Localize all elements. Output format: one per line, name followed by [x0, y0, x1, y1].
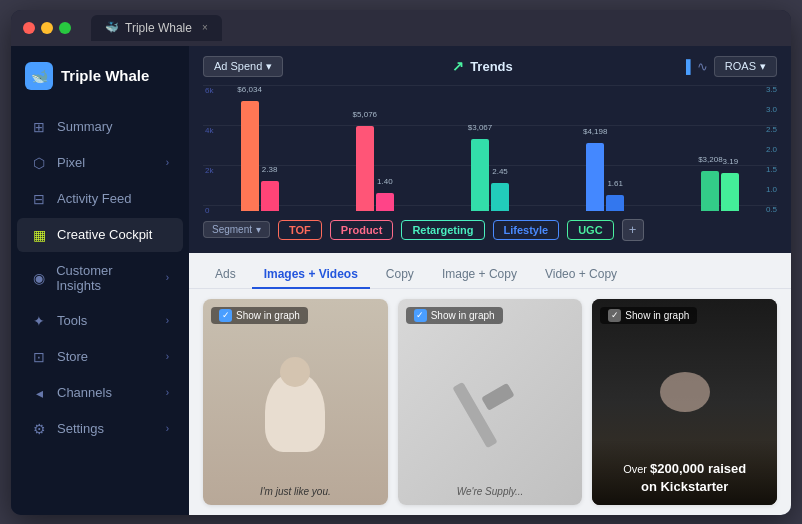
- browser-chrome: 🐳 Triple Whale ×: [11, 10, 791, 46]
- sidebar-item-channels[interactable]: ◂ Channels ›: [17, 376, 183, 410]
- chart-type-bar-icon[interactable]: ▐: [682, 59, 691, 74]
- chart-header: Ad Spend ▾ ↗ Trends ▐ ∿ ROAS ▾: [203, 56, 777, 77]
- bar-tof-spend: $6,034: [241, 101, 259, 211]
- segment-tag-tof[interactable]: TOF: [278, 220, 322, 240]
- bar-group-product: $5,076 1.40: [318, 126, 431, 211]
- tab-ads[interactable]: Ads: [203, 261, 248, 289]
- sidebar-item-customer-insights[interactable]: ◉ Customer Insights ›: [17, 254, 183, 302]
- bar-ugc-roas: 3.19: [721, 173, 739, 211]
- maximize-button[interactable]: [59, 22, 71, 34]
- tools-arrow: ›: [166, 315, 169, 326]
- bar-label-lifestyle-spend: $4,198: [583, 127, 607, 136]
- media-card-2[interactable]: ✓ Show in graph We're Supply...: [398, 299, 583, 505]
- media-card-3[interactable]: ✓ Show in graph Over $200,000 raisedon K…: [592, 299, 777, 505]
- bar-ugc-spend: $3,208: [701, 171, 719, 211]
- trends-label: Trends: [470, 59, 513, 74]
- sidebar-label-activity: Activity Feed: [57, 191, 131, 206]
- pixel-arrow: ›: [166, 157, 169, 168]
- store-icon: ⊡: [31, 349, 47, 365]
- person-head: [280, 357, 310, 387]
- sidebar-label-customer: Customer Insights: [56, 263, 155, 293]
- roas-button[interactable]: ROAS ▾: [714, 56, 777, 77]
- tab-video-copy[interactable]: Video + Copy: [533, 261, 629, 289]
- bar-label-retargeting-spend: $3,067: [468, 123, 492, 132]
- bar-lifestyle-spend: $4,198: [586, 143, 604, 211]
- browser-tab[interactable]: 🐳 Triple Whale ×: [91, 15, 222, 41]
- close-button[interactable]: [23, 22, 35, 34]
- ad-spend-label: Ad Spend: [214, 60, 262, 72]
- face-illustration: [660, 372, 710, 412]
- card-3-text: Over $200,000 raisedon Kickstarter: [600, 460, 769, 496]
- tab-favicon: 🐳: [105, 21, 119, 34]
- bar-label-product-roas: 1.40: [377, 177, 393, 186]
- bar-group-lifestyle: $4,198 1.61: [549, 143, 662, 211]
- bar-group-ugc: $3,208 3.19: [664, 171, 777, 211]
- media-card-1[interactable]: ✓ Show in graph I'm just like you.: [203, 299, 388, 505]
- tab-image-copy[interactable]: Image + Copy: [430, 261, 529, 289]
- bar-lifestyle-roas: 1.61: [606, 195, 624, 211]
- show-in-graph-checkbox-2[interactable]: ✓ Show in graph: [406, 307, 503, 324]
- show-in-graph-label-2: Show in graph: [431, 310, 495, 321]
- card-2-caption: We're Supply...: [398, 486, 583, 497]
- show-in-graph-checkbox-1[interactable]: ✓ Show in graph: [211, 307, 308, 324]
- sidebar-label-pixel: Pixel: [57, 155, 85, 170]
- card-1-caption: I'm just like you.: [203, 486, 388, 497]
- razor-head: [481, 383, 514, 411]
- ad-spend-chevron: ▾: [266, 60, 272, 73]
- bar-product-roas: 1.40: [376, 193, 394, 211]
- sidebar-item-store[interactable]: ⊡ Store ›: [17, 340, 183, 374]
- logo-text: Triple Whale: [61, 67, 149, 84]
- browser-window: 🐳 Triple Whale × 🐋 Triple Whale ⊞ Summar…: [11, 10, 791, 515]
- tab-copy[interactable]: Copy: [374, 261, 426, 289]
- sidebar-item-summary[interactable]: ⊞ Summary: [17, 110, 183, 144]
- segment-tag-retargeting[interactable]: Retargeting: [401, 220, 484, 240]
- sidebar-item-creative-cockpit[interactable]: ▦ Creative Cockpit: [17, 218, 183, 252]
- trends-icon: ↗: [452, 58, 464, 74]
- bar-group-tof: $6,034 2.38: [203, 101, 316, 211]
- segment-tag-lifestyle[interactable]: Lifestyle: [493, 220, 560, 240]
- segment-tag-ugc[interactable]: UGC: [567, 220, 613, 240]
- bar-group-retargeting: $3,067 2.45: [433, 139, 546, 211]
- sidebar-label-tools: Tools: [57, 313, 87, 328]
- channels-icon: ◂: [31, 385, 47, 401]
- tab-close-button[interactable]: ×: [202, 22, 208, 33]
- tab-images-videos[interactable]: Images + Videos: [252, 261, 370, 289]
- segment-dropdown[interactable]: Segment ▾: [203, 221, 270, 238]
- bar-retargeting-roas: 2.45: [491, 183, 509, 211]
- sidebar: 🐋 Triple Whale ⊞ Summary ⬡ Pixel › ⊟ Act…: [11, 46, 189, 515]
- show-in-graph-checkbox-3[interactable]: ✓ Show in graph: [600, 307, 697, 324]
- segment-label: Segment: [212, 224, 252, 235]
- segment-tag-product[interactable]: Product: [330, 220, 394, 240]
- bar-tof-roas: 2.38: [261, 181, 279, 211]
- checkbox-mark-3: ✓: [608, 309, 621, 322]
- bar-label-retargeting-roas: 2.45: [492, 167, 508, 176]
- main-content: Ad Spend ▾ ↗ Trends ▐ ∿ ROAS ▾: [189, 46, 791, 515]
- sidebar-logo: 🐋 Triple Whale: [11, 46, 189, 106]
- sidebar-item-activity-feed[interactable]: ⊟ Activity Feed: [17, 182, 183, 216]
- segments-row: Segment ▾ TOF Product Retargeting Lifest…: [203, 219, 777, 241]
- show-in-graph-label-1: Show in graph: [236, 310, 300, 321]
- tab-bar: 🐳 Triple Whale ×: [91, 15, 222, 41]
- ad-spend-button[interactable]: Ad Spend ▾: [203, 56, 283, 77]
- customer-arrow: ›: [166, 272, 169, 283]
- customer-icon: ◉: [31, 270, 46, 286]
- chart-type-line-icon[interactable]: ∿: [697, 59, 708, 74]
- sidebar-item-settings[interactable]: ⚙ Settings ›: [17, 412, 183, 446]
- chart-area: Ad Spend ▾ ↗ Trends ▐ ∿ ROAS ▾: [189, 46, 791, 253]
- card-3-overlay: Over $200,000 raisedon Kickstarter: [592, 440, 777, 504]
- bar-label-ugc-roas: 3.19: [723, 157, 739, 166]
- segment-add-button[interactable]: +: [622, 219, 644, 241]
- traffic-lights: [23, 22, 71, 34]
- bar-label-ugc-spend: $3,208: [698, 155, 722, 164]
- roas-label: ROAS: [725, 60, 756, 72]
- sidebar-item-pixel[interactable]: ⬡ Pixel ›: [17, 146, 183, 180]
- sidebar-item-tools[interactable]: ✦ Tools ›: [17, 304, 183, 338]
- cards-row: ✓ Show in graph I'm just like you. ✓: [189, 289, 791, 515]
- app-layout: 🐋 Triple Whale ⊞ Summary ⬡ Pixel › ⊟ Act…: [11, 46, 791, 515]
- sidebar-nav: ⊞ Summary ⬡ Pixel › ⊟ Activity Feed ▦ Cr…: [11, 106, 189, 450]
- minimize-button[interactable]: [41, 22, 53, 34]
- bar-retargeting-spend: $3,067: [471, 139, 489, 211]
- sidebar-label-store: Store: [57, 349, 88, 364]
- show-in-graph-label-3: Show in graph: [625, 310, 689, 321]
- pixel-icon: ⬡: [31, 155, 47, 171]
